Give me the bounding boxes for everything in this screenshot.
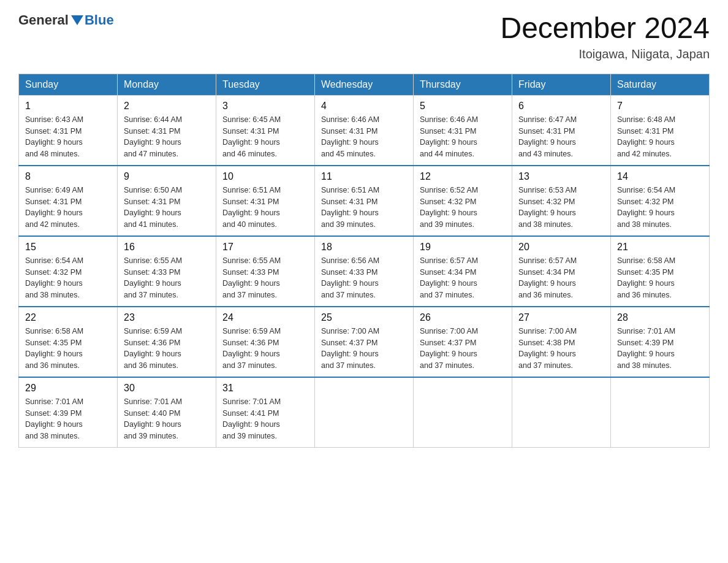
calendar-cell: 28 Sunrise: 7:01 AM Sunset: 4:39 PM Dayl… bbox=[611, 307, 710, 377]
day-info: Sunrise: 6:49 AM Sunset: 4:31 PM Dayligh… bbox=[25, 185, 111, 231]
day-info: Sunrise: 6:54 AM Sunset: 4:32 PM Dayligh… bbox=[25, 255, 111, 301]
day-info: Sunrise: 6:57 AM Sunset: 4:34 PM Dayligh… bbox=[420, 255, 506, 301]
day-number: 25 bbox=[321, 312, 407, 323]
calendar-cell: 6 Sunrise: 6:47 AM Sunset: 4:31 PM Dayli… bbox=[512, 95, 611, 166]
day-info: Sunrise: 6:57 AM Sunset: 4:34 PM Dayligh… bbox=[518, 255, 604, 301]
day-number: 2 bbox=[124, 101, 210, 112]
calendar-cell: 10 Sunrise: 6:51 AM Sunset: 4:31 PM Dayl… bbox=[216, 166, 315, 236]
month-title: December 2024 bbox=[500, 12, 710, 45]
logo-triangle-icon bbox=[71, 15, 83, 25]
header-monday: Monday bbox=[118, 74, 216, 95]
day-number: 20 bbox=[518, 242, 604, 253]
day-number: 4 bbox=[321, 101, 407, 112]
calendar-cell: 25 Sunrise: 7:00 AM Sunset: 4:37 PM Dayl… bbox=[315, 307, 414, 377]
calendar-cell: 24 Sunrise: 6:59 AM Sunset: 4:36 PM Dayl… bbox=[216, 307, 315, 377]
week-row-2: 8 Sunrise: 6:49 AM Sunset: 4:31 PM Dayli… bbox=[19, 166, 710, 236]
day-info: Sunrise: 7:01 AM Sunset: 4:39 PM Dayligh… bbox=[25, 396, 111, 442]
calendar-cell: 30 Sunrise: 7:01 AM Sunset: 4:40 PM Dayl… bbox=[118, 377, 216, 448]
calendar-cell: 12 Sunrise: 6:52 AM Sunset: 4:32 PM Dayl… bbox=[414, 166, 512, 236]
day-info: Sunrise: 6:52 AM Sunset: 4:32 PM Dayligh… bbox=[420, 185, 506, 231]
week-row-1: 1 Sunrise: 6:43 AM Sunset: 4:31 PM Dayli… bbox=[19, 95, 710, 166]
day-number: 9 bbox=[124, 171, 210, 182]
day-info: Sunrise: 6:58 AM Sunset: 4:35 PM Dayligh… bbox=[617, 255, 703, 301]
header-saturday: Saturday bbox=[611, 74, 710, 95]
day-info: Sunrise: 6:45 AM Sunset: 4:31 PM Dayligh… bbox=[222, 114, 308, 160]
day-number: 16 bbox=[124, 242, 210, 253]
day-number: 30 bbox=[124, 383, 210, 394]
day-number: 24 bbox=[222, 312, 308, 323]
calendar-cell bbox=[611, 377, 710, 448]
day-info: Sunrise: 6:54 AM Sunset: 4:32 PM Dayligh… bbox=[617, 185, 703, 231]
calendar-cell: 23 Sunrise: 6:59 AM Sunset: 4:36 PM Dayl… bbox=[118, 307, 216, 377]
day-info: Sunrise: 6:51 AM Sunset: 4:31 PM Dayligh… bbox=[321, 185, 407, 231]
day-number: 3 bbox=[222, 101, 308, 112]
day-info: Sunrise: 6:43 AM Sunset: 4:31 PM Dayligh… bbox=[25, 114, 111, 160]
calendar-cell: 5 Sunrise: 6:46 AM Sunset: 4:31 PM Dayli… bbox=[414, 95, 512, 166]
day-number: 7 bbox=[617, 101, 703, 112]
day-info: Sunrise: 6:56 AM Sunset: 4:33 PM Dayligh… bbox=[321, 255, 407, 301]
header-friday: Friday bbox=[512, 74, 611, 95]
calendar-cell: 31 Sunrise: 7:01 AM Sunset: 4:41 PM Dayl… bbox=[216, 377, 315, 448]
calendar-cell: 21 Sunrise: 6:58 AM Sunset: 4:35 PM Dayl… bbox=[611, 236, 710, 307]
week-row-5: 29 Sunrise: 7:01 AM Sunset: 4:39 PM Dayl… bbox=[19, 377, 710, 448]
day-info: Sunrise: 6:59 AM Sunset: 4:36 PM Dayligh… bbox=[124, 326, 210, 372]
day-number: 23 bbox=[124, 312, 210, 323]
weekday-header-row: Sunday Monday Tuesday Wednesday Thursday… bbox=[19, 74, 710, 95]
calendar-cell: 27 Sunrise: 7:00 AM Sunset: 4:38 PM Dayl… bbox=[512, 307, 611, 377]
calendar-cell bbox=[512, 377, 611, 448]
calendar-cell: 17 Sunrise: 6:55 AM Sunset: 4:33 PM Dayl… bbox=[216, 236, 315, 307]
location-subtitle: Itoigawa, Niigata, Japan bbox=[500, 47, 710, 61]
day-number: 29 bbox=[25, 383, 111, 394]
day-info: Sunrise: 7:00 AM Sunset: 4:38 PM Dayligh… bbox=[518, 326, 604, 372]
day-number: 10 bbox=[222, 171, 308, 182]
calendar-cell: 13 Sunrise: 6:53 AM Sunset: 4:32 PM Dayl… bbox=[512, 166, 611, 236]
header-sunday: Sunday bbox=[19, 74, 118, 95]
calendar-cell: 19 Sunrise: 6:57 AM Sunset: 4:34 PM Dayl… bbox=[414, 236, 512, 307]
calendar-cell: 3 Sunrise: 6:45 AM Sunset: 4:31 PM Dayli… bbox=[216, 95, 315, 166]
calendar-cell: 26 Sunrise: 7:00 AM Sunset: 4:37 PM Dayl… bbox=[414, 307, 512, 377]
day-number: 21 bbox=[617, 242, 703, 253]
day-number: 14 bbox=[617, 171, 703, 182]
day-info: Sunrise: 6:48 AM Sunset: 4:31 PM Dayligh… bbox=[617, 114, 703, 160]
day-number: 26 bbox=[420, 312, 506, 323]
title-section: December 2024 Itoigawa, Niigata, Japan bbox=[500, 12, 710, 61]
day-info: Sunrise: 7:01 AM Sunset: 4:39 PM Dayligh… bbox=[617, 326, 703, 372]
day-number: 13 bbox=[518, 171, 604, 182]
day-number: 6 bbox=[518, 101, 604, 112]
day-number: 19 bbox=[420, 242, 506, 253]
calendar-cell: 2 Sunrise: 6:44 AM Sunset: 4:31 PM Dayli… bbox=[118, 95, 216, 166]
day-info: Sunrise: 7:00 AM Sunset: 4:37 PM Dayligh… bbox=[321, 326, 407, 372]
day-info: Sunrise: 6:44 AM Sunset: 4:31 PM Dayligh… bbox=[124, 114, 210, 160]
day-info: Sunrise: 7:01 AM Sunset: 4:41 PM Dayligh… bbox=[222, 396, 308, 442]
day-number: 27 bbox=[518, 312, 604, 323]
header-wednesday: Wednesday bbox=[315, 74, 414, 95]
day-info: Sunrise: 6:46 AM Sunset: 4:31 PM Dayligh… bbox=[321, 114, 407, 160]
calendar-cell: 9 Sunrise: 6:50 AM Sunset: 4:31 PM Dayli… bbox=[118, 166, 216, 236]
day-number: 1 bbox=[25, 101, 111, 112]
day-number: 31 bbox=[222, 383, 308, 394]
day-info: Sunrise: 6:46 AM Sunset: 4:31 PM Dayligh… bbox=[420, 114, 506, 160]
header-thursday: Thursday bbox=[414, 74, 512, 95]
day-info: Sunrise: 6:55 AM Sunset: 4:33 PM Dayligh… bbox=[222, 255, 308, 301]
week-row-3: 15 Sunrise: 6:54 AM Sunset: 4:32 PM Dayl… bbox=[19, 236, 710, 307]
day-info: Sunrise: 6:47 AM Sunset: 4:31 PM Dayligh… bbox=[518, 114, 604, 160]
calendar-table: Sunday Monday Tuesday Wednesday Thursday… bbox=[18, 74, 710, 448]
calendar-cell bbox=[315, 377, 414, 448]
day-number: 12 bbox=[420, 171, 506, 182]
day-info: Sunrise: 6:58 AM Sunset: 4:35 PM Dayligh… bbox=[25, 326, 111, 372]
calendar-cell: 14 Sunrise: 6:54 AM Sunset: 4:32 PM Dayl… bbox=[611, 166, 710, 236]
calendar-cell: 4 Sunrise: 6:46 AM Sunset: 4:31 PM Dayli… bbox=[315, 95, 414, 166]
calendar-cell: 16 Sunrise: 6:55 AM Sunset: 4:33 PM Dayl… bbox=[118, 236, 216, 307]
calendar-cell bbox=[414, 377, 512, 448]
day-number: 17 bbox=[222, 242, 308, 253]
calendar-cell: 7 Sunrise: 6:48 AM Sunset: 4:31 PM Dayli… bbox=[611, 95, 710, 166]
calendar-cell: 1 Sunrise: 6:43 AM Sunset: 4:31 PM Dayli… bbox=[19, 95, 118, 166]
calendar-cell: 15 Sunrise: 6:54 AM Sunset: 4:32 PM Dayl… bbox=[19, 236, 118, 307]
day-number: 5 bbox=[420, 101, 506, 112]
calendar-cell: 22 Sunrise: 6:58 AM Sunset: 4:35 PM Dayl… bbox=[19, 307, 118, 377]
day-info: Sunrise: 6:59 AM Sunset: 4:36 PM Dayligh… bbox=[222, 326, 308, 372]
calendar-cell: 20 Sunrise: 6:57 AM Sunset: 4:34 PM Dayl… bbox=[512, 236, 611, 307]
day-info: Sunrise: 6:53 AM Sunset: 4:32 PM Dayligh… bbox=[518, 185, 604, 231]
day-number: 15 bbox=[25, 242, 111, 253]
day-number: 28 bbox=[617, 312, 703, 323]
